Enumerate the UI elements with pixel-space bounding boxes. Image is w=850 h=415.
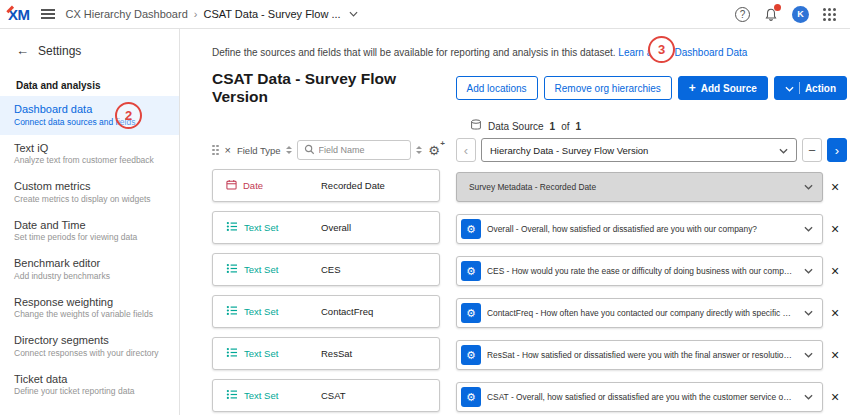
sidebar-item-benchmark-editor[interactable]: Benchmark editor Add industry benchmarks (0, 250, 179, 289)
sidebar-section-header: Data and analysis (0, 66, 179, 96)
search-icon (304, 141, 315, 159)
add-locations-button[interactable]: Add locations (456, 76, 538, 100)
field-type-label: Text Set (244, 306, 278, 317)
back-to-settings[interactable]: ← Settings (0, 29, 179, 66)
page-body: ← Settings Data and analysis Dashboard d… (0, 29, 850, 415)
mapped-field-row: Survey Metadata - Recorded Date × (456, 172, 847, 202)
add-source-button[interactable]: + Add Source (678, 76, 768, 100)
sidebar-item-desc: Connect data sources and fields (14, 117, 165, 127)
sort-field-name-icon[interactable] (416, 146, 422, 154)
apps-grid-icon[interactable] (823, 8, 836, 21)
breadcrumb: CX Hierarchy Dashboard › CSAT Data - Sur… (66, 8, 358, 20)
mapped-field-row: ⚙ CES - How would you rate the ease or d… (456, 256, 847, 286)
remove-field-button[interactable]: × (823, 389, 847, 405)
sidebar-item-desc: Define your ticket reporting data (14, 386, 165, 396)
mapped-field-label: Survey Metadata - Recorded Date (457, 182, 794, 192)
chevron-down-icon[interactable] (794, 226, 822, 232)
data-source-counter: Data Source 1 of 1 (470, 118, 847, 134)
fields-header: × Field Type ⚙+ (212, 138, 440, 162)
remove-field-button[interactable]: × (823, 347, 847, 363)
xm-logo[interactable]: XM (8, 6, 30, 23)
gear-icon[interactable]: ⚙ (461, 219, 481, 239)
clear-filter-icon[interactable]: × (224, 144, 232, 156)
field-type-label: Text Set (244, 222, 278, 233)
sidebar-nav: Dashboard data Connect data sources and … (0, 96, 179, 404)
sidebar-item-custom-metrics[interactable]: Custom metrics Create metrics to display… (0, 173, 179, 212)
chevron-down-icon[interactable] (794, 184, 822, 190)
sidebar-item-label: Text iQ (14, 142, 165, 154)
sidebar-item-ticket-data[interactable]: Ticket data Define your ticket reporting… (0, 366, 179, 405)
mapped-field-card-contactfreq[interactable]: ⚙ ContactFreq - How often have you conta… (456, 298, 823, 328)
add-field-gear-icon[interactable]: ⚙+ (428, 144, 440, 157)
topbar-left: XM CX Hierarchy Dashboard › CSAT Data - … (8, 6, 358, 23)
sidebar-item-dashboard-data[interactable]: Dashboard data Connect data sources and … (0, 96, 179, 135)
sidebar-item-text-iq[interactable]: Text iQ Analyze text from customer feedb… (0, 135, 179, 174)
sidebar-item-label: Benchmark editor (14, 257, 165, 269)
field-row-csat[interactable]: Text Set CSAT (212, 379, 440, 412)
chevron-down-icon[interactable] (794, 394, 822, 400)
field-row-ces[interactable]: Text Set CES (212, 253, 440, 286)
mapped-field-card-overall[interactable]: ⚙ Overall - Overall, how satisfied or di… (456, 214, 823, 244)
field-type-cell: Text Set (213, 305, 321, 318)
mapped-field-card-ressat[interactable]: ⚙ ResSat - How satisfied or dissatisfied… (456, 340, 823, 370)
remove-field-button[interactable]: × (823, 263, 847, 279)
sidebar-item-desc: Set time periods for viewing data (14, 232, 165, 242)
back-arrow-icon: ← (16, 43, 29, 58)
previous-source-button[interactable]: ‹ (456, 138, 476, 162)
gear-icon[interactable]: ⚙ (461, 261, 481, 281)
mapped-field-row: ⚙ CSAT - Overall, how satisfied or dissa… (456, 382, 847, 412)
field-name-search-input[interactable] (319, 145, 405, 155)
text-set-icon (226, 305, 238, 318)
chevron-down-icon[interactable] (794, 310, 822, 316)
field-type-label: Date (243, 180, 263, 191)
topbar-right: ? K (735, 6, 836, 23)
mapped-field-label: ResSat - How satisfied or dissatisfied w… (487, 350, 794, 360)
text-set-icon (226, 389, 238, 402)
breadcrumb-chevron-down-icon[interactable] (349, 11, 358, 17)
mapped-field-card-ces[interactable]: ⚙ CES - How would you rate the ease or d… (456, 256, 823, 286)
mapped-field-row: ⚙ ResSat - How satisfied or dissatisfied… (456, 340, 847, 370)
settings-sidebar: ← Settings Data and analysis Dashboard d… (0, 29, 180, 415)
breadcrumb-current[interactable]: CSAT Data - Survey Flow ... (203, 8, 340, 20)
drag-handle-icon[interactable] (212, 145, 219, 156)
data-source-panel: Data Source 1 of 1 ‹ Hierarchy Data - Su… (456, 118, 847, 415)
field-name-search (297, 140, 412, 160)
learn-about-dashboard-data-link[interactable]: Learn about Dashboard Data (618, 47, 747, 58)
sort-field-type-icon[interactable] (286, 146, 292, 154)
remove-field-button[interactable]: × (823, 221, 847, 237)
gear-icon[interactable]: ⚙ (461, 345, 481, 365)
remove-source-button[interactable]: − (802, 138, 822, 162)
field-row-contactfreq[interactable]: Text Set ContactFreq (212, 295, 440, 328)
sidebar-item-date-and-time[interactable]: Date and Time Set time periods for viewi… (0, 212, 179, 251)
sidebar-item-response-weighting[interactable]: Response weighting Change the weights of… (0, 289, 179, 328)
gear-icon[interactable]: ⚙ (461, 387, 481, 407)
menu-icon[interactable] (41, 9, 55, 19)
mapped-field-card-csat[interactable]: ⚙ CSAT - Overall, how satisfied or dissa… (456, 382, 823, 412)
avatar[interactable]: K (792, 6, 809, 23)
field-row-overall[interactable]: Text Set Overall (212, 211, 440, 244)
remove-field-button[interactable]: × (823, 179, 847, 195)
action-button[interactable]: Action (774, 76, 847, 100)
remove-org-hierarchies-button[interactable]: Remove org hierarchies (544, 76, 672, 100)
field-row-recorded-date[interactable]: Date Recorded Date (212, 169, 440, 202)
gear-icon[interactable]: ⚙ (461, 303, 481, 323)
page-title: CSAT Data - Survey Flow Version (212, 70, 456, 106)
notifications-bell-icon[interactable] (764, 7, 778, 22)
data-source-dropdown[interactable]: Hierarchy Data - Survey Flow Version (481, 138, 797, 162)
data-source-dropdown-value: Hierarchy Data - Survey Flow Version (490, 145, 648, 156)
remove-field-button[interactable]: × (823, 305, 847, 321)
field-name-label: Overall (321, 222, 351, 233)
main-content: Define the sources and fields that will … (180, 29, 850, 415)
chevron-down-icon[interactable] (794, 352, 822, 358)
dataset-description: Define the sources and fields that will … (212, 47, 850, 58)
sidebar-item-label: Date and Time (14, 219, 165, 231)
sidebar-item-directory-segments[interactable]: Directory segments Connect responses wit… (0, 327, 179, 366)
field-name-label: ResSat (321, 348, 352, 359)
next-source-button[interactable]: › (827, 138, 847, 162)
help-icon[interactable]: ? (735, 7, 750, 22)
breadcrumb-root[interactable]: CX Hierarchy Dashboard (66, 8, 188, 20)
chevron-down-icon[interactable] (794, 268, 822, 274)
field-rows: Date Recorded Date Text Set Ove (212, 169, 440, 415)
mapped-field-card-recorded-date[interactable]: Survey Metadata - Recorded Date (456, 172, 823, 202)
field-row-ressat[interactable]: Text Set ResSat (212, 337, 440, 370)
